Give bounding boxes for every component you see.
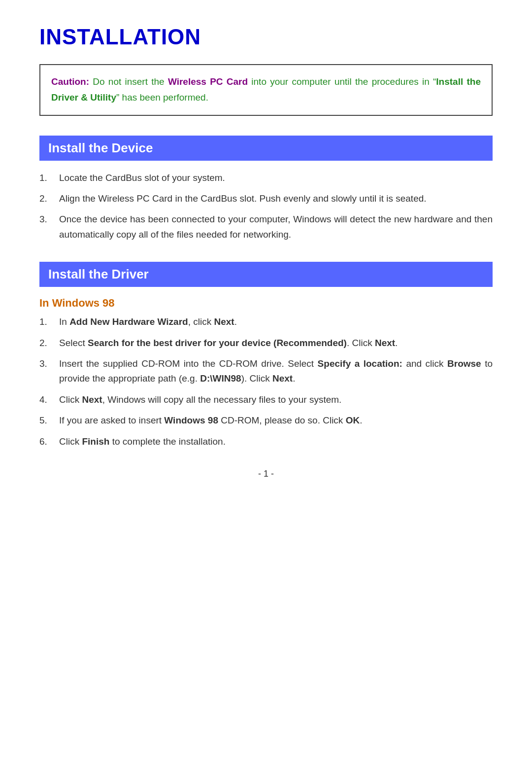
list-item: 4. Click Next, Windows will copy all the… bbox=[39, 392, 493, 407]
step-number: 5. bbox=[39, 413, 59, 428]
list-item: 3. Once the device has been connected to… bbox=[39, 212, 493, 242]
list-item: 3. Insert the supplied CD-ROM into the C… bbox=[39, 356, 493, 386]
caution-wireless-pc-card: Wireless PC Card bbox=[168, 76, 248, 87]
step-content: In Add New Hardware Wizard, click Next. bbox=[59, 315, 493, 329]
list-item: 2. Select Search for the best driver for… bbox=[39, 336, 493, 350]
step-content: Click Next, Windows will copy all the ne… bbox=[59, 392, 493, 407]
list-item: 5. If you are asked to insert Windows 98… bbox=[39, 413, 493, 428]
install-driver-steps: 1. In Add New Hardware Wizard, click Nex… bbox=[39, 315, 493, 449]
step-number: 2. bbox=[39, 336, 59, 350]
install-device-section: Install the Device 1. Locate the CardBus… bbox=[39, 136, 493, 243]
step-content: Click Finish to complete the installatio… bbox=[59, 434, 493, 449]
windows98-subsection-title: In Windows 98 bbox=[39, 297, 493, 310]
step-number: 3. bbox=[39, 212, 59, 227]
install-device-header: Install the Device bbox=[39, 136, 493, 161]
step-number: 3. bbox=[39, 356, 59, 371]
step-content: Insert the supplied CD-ROM into the CD-R… bbox=[59, 356, 493, 386]
step-content: Locate the CardBus slot of your system. bbox=[59, 171, 493, 185]
install-driver-header: Install the Driver bbox=[39, 262, 493, 287]
list-item: 1. Locate the CardBus slot of your syste… bbox=[39, 171, 493, 185]
caution-label: Caution: bbox=[51, 76, 89, 87]
caution-box: Caution: Do not insert the Wireless PC C… bbox=[39, 64, 493, 116]
step-number: 2. bbox=[39, 191, 59, 206]
list-item: 6. Click Finish to complete the installa… bbox=[39, 434, 493, 449]
page-number: - 1 - bbox=[39, 469, 493, 479]
list-item: 2. Align the Wireless PC Card in the Car… bbox=[39, 191, 493, 206]
step-content: If you are asked to insert Windows 98 CD… bbox=[59, 413, 493, 428]
step-content: Select Search for the best driver for yo… bbox=[59, 336, 493, 350]
install-driver-section: Install the Driver In Windows 98 1. In A… bbox=[39, 262, 493, 449]
caution-text-after: ” has been performed. bbox=[116, 92, 208, 103]
step-number: 6. bbox=[39, 434, 59, 449]
caution-text-middle: into your computer until the procedures … bbox=[248, 76, 436, 87]
step-number: 4. bbox=[39, 392, 59, 407]
page-title: INSTALLATION bbox=[39, 25, 493, 49]
list-item: 1. In Add New Hardware Wizard, click Nex… bbox=[39, 315, 493, 329]
step-number: 1. bbox=[39, 315, 59, 329]
step-content: Align the Wireless PC Card in the CardBu… bbox=[59, 191, 493, 206]
install-device-steps: 1. Locate the CardBus slot of your syste… bbox=[39, 171, 493, 243]
step-content: Once the device has been connected to yo… bbox=[59, 212, 493, 242]
caution-text-before: Do not insert the bbox=[89, 76, 168, 87]
step-number: 1. bbox=[39, 171, 59, 185]
